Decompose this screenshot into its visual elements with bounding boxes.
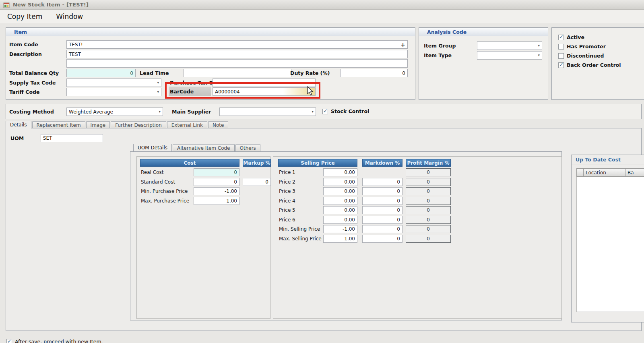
purchase-tax-code-dropdown[interactable]: ▾ — [213, 79, 316, 87]
price-5-input[interactable]: 0.00 — [323, 206, 357, 214]
uom-value: SET — [43, 135, 52, 141]
uom-tab-alternative-item-code[interactable]: Alternative Item Code — [173, 144, 235, 151]
standard-cost-input[interactable]: 0 — [194, 178, 239, 186]
tab-external-link[interactable]: External Link — [167, 121, 207, 128]
item-type-dropdown[interactable]: ▾ — [477, 51, 542, 60]
chevron-down-icon[interactable]: ▾ — [538, 54, 540, 57]
menu-item-window[interactable]: Window — [54, 12, 85, 21]
stock-control-checkbox[interactable]: ✓ — [322, 109, 328, 114]
max-selling-price-input[interactable]: -1.00 — [323, 235, 357, 243]
utdc-column-selector[interactable] — [576, 168, 584, 177]
chevron-down-icon[interactable]: ▾ — [159, 110, 161, 114]
check-icon: ✓ — [7, 338, 12, 343]
item-section: Item Item Code TEST! + Description TEST … — [6, 27, 415, 100]
price-2-markdown-value: 0 — [397, 179, 400, 185]
price-4-label: Price 4 — [279, 198, 295, 204]
price-1-input[interactable]: 0.00 — [323, 168, 357, 176]
selling-price-header: Selling Price — [278, 159, 357, 167]
utdc-column-ba[interactable]: Ba — [625, 168, 644, 177]
price-5-markdown-value: 0 — [397, 207, 400, 213]
description-input[interactable]: TEST — [66, 50, 408, 58]
min-selling-price-label: Min. Selling Price — [279, 226, 320, 232]
main-supplier-dropdown[interactable]: ▾ — [219, 107, 316, 116]
tab-replacement-item[interactable]: Replacement Item — [32, 121, 85, 128]
duty-rate-value: 0 — [402, 70, 405, 76]
price-6-markdown-value: 0 — [397, 217, 400, 223]
costing-method-dropdown[interactable]: Weighted Average ▾ — [66, 107, 163, 116]
uom-tab-others[interactable]: Others — [235, 144, 260, 151]
tab-details[interactable]: Details — [6, 121, 31, 128]
costing-method-value: Weighted Average — [69, 109, 113, 115]
flag-row-active[interactable]: ✓Active — [558, 34, 584, 40]
price-4-input[interactable]: 0.00 — [323, 197, 357, 205]
supply-tax-code-dropdown[interactable]: ▾ — [66, 79, 161, 87]
stock-control-checkbox-row[interactable]: ✓ Stock Control — [322, 108, 369, 114]
chevron-down-icon[interactable]: ▾ — [311, 81, 313, 85]
min-selling-price-input[interactable]: -1.00 — [323, 225, 357, 233]
chevron-down-icon[interactable]: ▾ — [312, 110, 314, 114]
item-type-label: Item Type — [424, 52, 452, 58]
chevron-down-icon[interactable]: ▾ — [157, 81, 159, 85]
uom-tab-strip: UOM DetailsAlternative Item CodeOthers — [133, 143, 260, 151]
price-4-markdown-input[interactable]: 0 — [362, 197, 402, 205]
min-purchase-price-label: Min. Purchase Price — [141, 188, 188, 194]
active-checkbox[interactable]: ✓ — [558, 35, 564, 40]
flag-row-has-promoter[interactable]: Has Promoter — [558, 43, 606, 50]
price-6-input[interactable]: 0.00 — [323, 216, 357, 224]
price-3-markdown-input[interactable]: 0 — [362, 187, 402, 195]
cost-panel: Cost Markup % Real Cost0Standard Cost00M… — [136, 156, 270, 319]
supply-tax-code-label: Supply Tax Code — [9, 80, 56, 86]
discontinued-checkbox[interactable] — [558, 53, 564, 59]
price-4-profit-margin: 0 — [406, 197, 451, 205]
price-1-label: Price 1 — [279, 169, 295, 175]
max-purchase-price-value: -1.00 — [225, 198, 237, 204]
price-4-markdown-value: 0 — [397, 198, 400, 204]
application-window: New Stock Item - [TEST!] Copy ItemWindow… — [0, 0, 644, 343]
utdc-table-body[interactable] — [576, 177, 644, 312]
price-2-input[interactable]: 0.00 — [323, 178, 357, 186]
lead-time-input[interactable] — [184, 69, 291, 77]
price-2-value: 0.00 — [344, 179, 355, 185]
has-promoter-label: Has Promoter — [567, 43, 606, 50]
min-selling-price-markdown-input[interactable]: 0 — [362, 225, 402, 233]
item-group-dropdown[interactable]: ▾ — [477, 41, 542, 50]
barcode-label: BarCode — [169, 87, 211, 96]
uom-label: UOM — [10, 135, 24, 141]
barcode-value: A0000004 — [215, 89, 240, 95]
tab-note[interactable]: Note — [208, 121, 228, 128]
standard-cost-markup-input[interactable]: 0 — [243, 178, 271, 186]
mouse-cursor-icon — [307, 86, 316, 97]
price-5-markdown-input[interactable]: 0 — [362, 206, 402, 214]
tariff-code-dropdown[interactable]: ▾ — [66, 88, 161, 96]
price-6-markdown-input[interactable]: 0 — [362, 216, 402, 224]
utdc-column-location[interactable]: Location — [584, 168, 625, 177]
tab-image[interactable]: Image — [86, 121, 110, 128]
max-purchase-price-input[interactable]: -1.00 — [194, 197, 239, 205]
chevron-down-icon[interactable]: ▾ — [157, 90, 159, 94]
price-2-markdown-input[interactable]: 0 — [362, 178, 402, 186]
after-save-checkbox[interactable]: ✓ — [6, 339, 12, 343]
duty-rate-input[interactable]: 0 — [340, 69, 408, 77]
flag-row-discontinued[interactable]: Discontinued — [558, 53, 604, 59]
description2-input[interactable] — [66, 59, 408, 68]
item-code-input[interactable]: TEST! + — [66, 40, 408, 49]
add-icon[interactable]: + — [400, 42, 405, 48]
menu-item-copy-item[interactable]: Copy Item — [6, 12, 44, 21]
analysis-code-header: Analysis Code — [419, 28, 548, 36]
min-purchase-price-input[interactable]: -1.00 — [194, 187, 239, 195]
real-cost-input[interactable]: 0 — [194, 168, 239, 176]
markup-header: Markup % — [243, 159, 271, 167]
has-promoter-checkbox[interactable] — [558, 44, 564, 50]
max-selling-price-markdown-input[interactable]: 0 — [362, 235, 402, 243]
price-6-label: Price 6 — [279, 217, 295, 223]
price-3-input[interactable]: 0.00 — [323, 187, 357, 195]
uom-tab-uom-details[interactable]: UOM Details — [133, 144, 172, 151]
back-order-control-label: Back Order Control — [567, 62, 621, 68]
after-save-checkbox-row[interactable]: ✓ After save, proceed with new Item. — [6, 339, 103, 343]
total-balance-qty-input[interactable]: 0 — [66, 69, 136, 77]
tab-further-description[interactable]: Further Description — [111, 121, 166, 128]
chevron-down-icon[interactable]: ▾ — [538, 44, 540, 48]
back-order-control-checkbox[interactable]: ✓ — [558, 62, 564, 68]
flag-row-back-order-control[interactable]: ✓Back Order Control — [558, 62, 621, 68]
uom-input[interactable]: SET — [41, 134, 103, 142]
